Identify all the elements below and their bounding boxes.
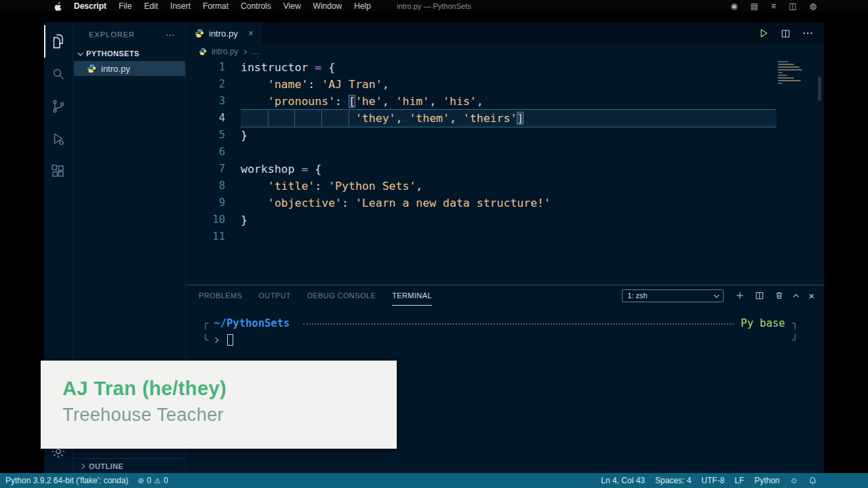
panel-tab-problems[interactable]: PROBLEMS <box>199 285 242 306</box>
line-text[interactable]: 'name': 'AJ Tran', <box>241 76 776 93</box>
indentation[interactable]: Spaces: 4 <box>655 476 691 485</box>
editor-more-actions-icon[interactable]: ⋯ <box>802 30 813 37</box>
search-icon[interactable] <box>44 58 73 90</box>
python-interpreter[interactable]: Python 3.9.2 64-bit ('flake': conda) <box>5 476 128 485</box>
code-line-3[interactable]: 3 'pronouns': ['he', 'him', 'his', <box>186 93 824 110</box>
close-panel-icon[interactable]: × <box>808 290 814 302</box>
line-number[interactable]: 7 <box>186 161 225 178</box>
code-token: 'Python Sets' <box>328 180 416 192</box>
chevron-down-icon <box>714 292 719 298</box>
cursor-position[interactable]: Ln 4, Col 43 <box>601 476 645 485</box>
line-text[interactable]: } <box>241 127 776 144</box>
line-text[interactable]: 'objective': 'Learn a new data structure… <box>241 195 776 211</box>
code-line-6[interactable]: 6 <box>186 144 824 161</box>
line-text[interactable] <box>241 144 776 161</box>
code-line-9[interactable]: 9 'objective': 'Learn a new data structu… <box>186 195 824 211</box>
split-terminal-icon[interactable] <box>755 291 764 300</box>
menu-insert[interactable]: Insert <box>164 1 197 11</box>
extensions-icon[interactable] <box>44 155 73 188</box>
code-line-4[interactable]: 4 'they', 'them', 'theirs'] <box>186 110 824 127</box>
minimap-line <box>778 66 800 68</box>
problems-summary[interactable]: ⊘ 0 ⚠ 0 <box>138 476 167 485</box>
panel-tab-terminal[interactable]: TERMINAL <box>392 285 432 306</box>
code-line-1[interactable]: 1instructor = { <box>186 59 824 76</box>
code-line-7[interactable]: 7workshop = { <box>186 161 824 178</box>
tab-intro-py[interactable]: intro.py × <box>186 22 261 44</box>
notifications-bell-icon[interactable] <box>808 476 817 485</box>
minimap-line <box>778 75 787 76</box>
line-text[interactable]: 'they', 'them', 'theirs'] <box>241 110 776 127</box>
line-text[interactable]: 'pronouns': ['he', 'him', 'his', <box>241 93 776 110</box>
line-number[interactable]: 9 <box>186 195 225 211</box>
workspace-section[interactable]: PYTHONSETS <box>74 46 185 61</box>
tab-close-icon[interactable]: × <box>248 28 254 39</box>
maximize-panel-icon[interactable] <box>794 289 798 302</box>
outline-section[interactable]: OUTLINE <box>74 458 185 473</box>
code-line-11[interactable]: 11 <box>186 228 824 245</box>
code-line-5[interactable]: 5} <box>186 127 824 144</box>
prompt-corner-icon: ╰ <box>202 332 208 348</box>
menu-view[interactable]: View <box>277 1 307 11</box>
line-number[interactable]: 3 <box>186 93 225 110</box>
line-number[interactable]: 1 <box>186 59 225 76</box>
code-editor[interactable]: 1instructor = {2 'name': 'AJ Tran',3 'pr… <box>186 59 824 285</box>
eol-sequence[interactable]: LF <box>734 476 744 485</box>
menu-file[interactable]: File <box>113 1 138 11</box>
code-line-2[interactable]: 2 'name': 'AJ Tran', <box>186 76 824 93</box>
line-text[interactable] <box>241 228 776 245</box>
line-text[interactable]: } <box>241 211 776 228</box>
line-number[interactable]: 2 <box>186 76 225 93</box>
line-number[interactable]: 11 <box>186 228 225 245</box>
language-mode[interactable]: Python <box>754 476 779 485</box>
new-terminal-icon[interactable] <box>735 291 745 300</box>
code-line-8[interactable]: 8 'title': 'Python Sets', <box>186 178 824 195</box>
menu-window[interactable]: Window <box>307 1 349 11</box>
screen-record-icon[interactable]: ◉ <box>730 1 737 11</box>
source-control-icon[interactable] <box>44 90 73 123</box>
menu-app-name[interactable]: Descript <box>68 1 113 11</box>
sidebar-more-actions-icon[interactable]: ⋯ <box>165 29 176 40</box>
run-debug-icon[interactable] <box>44 123 73 155</box>
file-item-intro-py[interactable]: intro.py <box>74 61 185 76</box>
panel-tab-output[interactable]: OUTPUT <box>258 285 291 306</box>
terminal-content[interactable]: ╭ ~/PythonSets Py base ╮ ╰ ╯ <box>186 306 824 348</box>
breadcrumb-symbol[interactable]: … <box>251 47 259 56</box>
line-number[interactable]: 4 <box>186 110 225 127</box>
split-editor-icon[interactable] <box>781 28 791 39</box>
window-manager-icon[interactable]: ◫ <box>789 1 796 11</box>
breadcrumb[interactable]: intro.py … <box>186 44 824 59</box>
panel-tab-debug-console[interactable]: DEBUG CONSOLE <box>307 285 376 306</box>
editor-actions: ⋯ <box>758 28 824 39</box>
run-python-file-icon[interactable] <box>758 28 769 39</box>
line-number[interactable]: 8 <box>186 178 225 195</box>
apple-menu-icon[interactable] <box>49 1 68 11</box>
line-text[interactable]: instructor = { <box>241 59 776 76</box>
terminal-shell-select[interactable]: 1: zsh <box>622 289 724 302</box>
encoding[interactable]: UTF-8 <box>701 476 724 485</box>
feedback-smiley-icon[interactable]: ☺ <box>790 476 798 485</box>
minimap[interactable] <box>778 61 805 85</box>
workspace-name: PYTHONSETS <box>86 49 140 58</box>
line-text[interactable]: workshop = { <box>241 161 776 178</box>
minimap-line <box>778 72 783 73</box>
code-lines: 1instructor = {2 'name': 'AJ Tran',3 'pr… <box>186 59 824 245</box>
line-number[interactable]: 6 <box>186 144 225 161</box>
menu-controls[interactable]: Controls <box>235 1 277 11</box>
menu-format[interactable]: Format <box>197 1 235 11</box>
menu-extra-icon[interactable]: ≡ <box>771 1 776 11</box>
line-number[interactable]: 10 <box>186 211 225 228</box>
breadcrumb-file[interactable]: intro.py <box>212 47 238 56</box>
display-icon[interactable]: ▤ <box>751 1 758 11</box>
line-number[interactable]: 5 <box>186 127 225 144</box>
explorer-icon[interactable] <box>44 25 73 58</box>
chevron-down-icon <box>77 50 83 56</box>
kill-terminal-icon[interactable] <box>774 291 784 300</box>
code-token: , <box>416 180 422 192</box>
menu-help[interactable]: Help <box>348 1 377 11</box>
editor-scrollbar[interactable] <box>818 77 821 101</box>
line-text[interactable]: 'title': 'Python Sets', <box>241 178 776 195</box>
control-center-icon[interactable]: ◍ <box>810 1 816 11</box>
menu-edit[interactable]: Edit <box>138 1 164 11</box>
status-bar-right: Ln 4, Col 43 Spaces: 4 UTF-8 LF Python ☺ <box>601 476 817 485</box>
code-line-10[interactable]: 10} <box>186 211 824 228</box>
